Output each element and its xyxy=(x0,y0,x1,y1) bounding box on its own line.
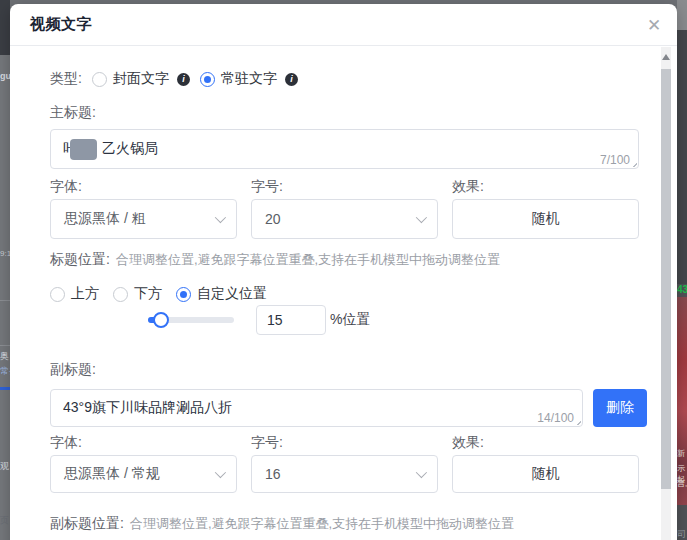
subtitle-effect-random-button[interactable]: 随机 xyxy=(452,455,639,493)
subtitle-size-select[interactable]: 16 xyxy=(251,455,438,493)
main-title-input[interactable]: 咔 乙火锅局 7/100 xyxy=(50,129,639,169)
scroll-up-arrow-icon[interactable] xyxy=(662,54,670,60)
size-label: 字号: xyxy=(251,434,438,452)
slider-handle[interactable] xyxy=(153,312,169,328)
background-text-fragment: 9:1 xyxy=(0,249,10,258)
title-position-radio-group: 上方 下方 自定义位置 xyxy=(50,285,639,303)
title-position-slider-row: %位置 xyxy=(50,304,639,335)
video-text-dialog: 视频文字 ✕ 类型: 封面文字 i 常驻文字 i 主标题: 咔 乙火锅局 7/1… xyxy=(10,4,677,540)
info-icon[interactable]: i xyxy=(285,73,298,86)
chevron-down-icon xyxy=(416,467,427,478)
subtitle-input[interactable]: 43°9旗下川味品牌涮品八折 14/100 xyxy=(50,389,583,427)
title-position-hint-row: 标题位置: 合理调整位置,避免跟字幕位置重叠,支持在手机模型中拖动调整位置 xyxy=(50,251,639,268)
subtitle-style-labels: 字体: 字号: 效果: xyxy=(50,434,639,452)
main-font-select[interactable]: 思源黑体 / 粗 xyxy=(50,199,237,239)
percent-position-unit: %位置 xyxy=(330,311,370,329)
background-text-fragment: 奥 xyxy=(0,350,9,363)
radio-custom-label: 自定义位置 xyxy=(197,285,267,303)
radio-position-custom[interactable]: 自定义位置 xyxy=(176,285,267,303)
radio-cover-text[interactable]: 封面文字 i xyxy=(92,70,190,88)
main-title-masked-char: 咔 xyxy=(63,140,70,158)
background-divider xyxy=(0,345,10,346)
title-position-label: 标题位置: xyxy=(50,251,110,269)
font-label: 字体: xyxy=(50,178,237,196)
chevron-down-icon xyxy=(416,212,427,223)
subtitle-position-hint: 合理调整位置,避免跟字幕位置重叠,支持在手机模型中拖动调整位置 xyxy=(130,515,514,533)
background-page-left: gu 9:1 奥 常去 观 页 xyxy=(0,0,10,540)
subtitle-position-hint-row: 副标题位置: 合理调整位置,避免跟字幕位置重叠,支持在手机模型中拖动调整位置 xyxy=(50,515,639,532)
radio-cover-text-label: 封面文字 xyxy=(113,70,169,88)
radio-permanent-text-label: 常驻文字 xyxy=(221,70,277,88)
scrollbar-thumb[interactable] xyxy=(661,69,671,489)
subtitle-size-value: 16 xyxy=(265,466,281,482)
background-text-fragment: 页 xyxy=(0,514,9,527)
dialog-scrollbar[interactable] xyxy=(661,47,671,540)
background-block xyxy=(0,0,10,55)
background-text-fragment: 言, xyxy=(677,478,687,489)
radio-position-top[interactable]: 上方 xyxy=(50,285,99,303)
main-style-labels: 字体: 字号: 效果: xyxy=(50,178,639,196)
type-radio-group: 类型: 封面文字 i 常驻文字 i xyxy=(50,70,639,88)
resize-grip-icon[interactable] xyxy=(573,417,581,425)
main-size-select[interactable]: 20 xyxy=(251,199,438,239)
subtitle-label: 副标题: xyxy=(50,361,639,379)
font-label: 字体: xyxy=(50,434,237,452)
background-text-fragment: 观 xyxy=(0,460,9,473)
subtitle-value: 43°9旗下川味品牌涮品八折 xyxy=(63,399,232,417)
subtitle-font-value: 思源黑体 / 常规 xyxy=(64,465,160,483)
background-block xyxy=(677,30,687,284)
background-accent-line xyxy=(0,387,10,390)
dialog-body: 类型: 封面文字 i 常驻文字 i 主标题: 咔 乙火锅局 7/100 字体: … xyxy=(10,70,677,540)
main-title-label: 主标题: xyxy=(50,104,639,122)
subtitle-font-select[interactable]: 思源黑体 / 常规 xyxy=(50,455,237,493)
background-block xyxy=(677,0,687,30)
background-text-fragment: 常去 xyxy=(0,365,10,378)
background-page-right: 43 新 示起 言, 司 xyxy=(677,0,687,540)
radio-permanent-text[interactable]: 常驻文字 i xyxy=(200,70,298,88)
main-style-controls: 思源黑体 / 粗 20 随机 xyxy=(50,199,639,239)
type-label: 类型: xyxy=(50,70,82,88)
effect-label: 效果: xyxy=(452,178,639,196)
main-title-value: 乙火锅局 xyxy=(102,140,158,158)
delete-subtitle-button[interactable]: 删除 xyxy=(593,389,647,427)
background-text-fragment: 新 xyxy=(677,448,685,459)
main-font-value: 思源黑体 / 粗 xyxy=(64,210,146,228)
subtitle-row: 43°9旗下川味品牌涮品八折 14/100 删除 xyxy=(50,389,639,427)
chevron-down-icon xyxy=(215,212,226,223)
subtitle-position-label: 副标题位置: xyxy=(50,515,124,533)
effect-label: 效果: xyxy=(452,434,639,452)
background-text-fragment: gu xyxy=(0,71,10,81)
redaction-block xyxy=(70,139,97,160)
chevron-down-icon xyxy=(215,467,226,478)
position-percent-input[interactable] xyxy=(256,305,326,335)
title-position-hint: 合理调整位置,避免跟字幕位置重叠,支持在手机模型中拖动调整位置 xyxy=(116,251,500,269)
info-icon[interactable]: i xyxy=(177,73,190,86)
radio-off-icon[interactable] xyxy=(113,287,128,302)
main-title-char-counter: 7/100 xyxy=(600,153,630,167)
background-badge: 43 xyxy=(677,284,687,295)
main-size-value: 20 xyxy=(265,211,281,227)
background-divider xyxy=(0,300,10,301)
position-slider[interactable] xyxy=(148,317,234,323)
dialog-title: 视频文字 xyxy=(30,15,92,34)
close-icon[interactable]: ✕ xyxy=(643,14,665,36)
radio-on-icon[interactable] xyxy=(200,72,215,87)
subtitle-char-counter: 14/100 xyxy=(537,411,574,425)
radio-position-bottom[interactable]: 下方 xyxy=(113,285,162,303)
radio-bottom-label: 下方 xyxy=(134,285,162,303)
radio-off-icon[interactable] xyxy=(50,287,65,302)
size-label: 字号: xyxy=(251,178,438,196)
radio-off-icon[interactable] xyxy=(92,72,107,87)
main-effect-random-button[interactable]: 随机 xyxy=(452,199,639,239)
dialog-header: 视频文字 ✕ xyxy=(10,4,677,46)
radio-top-label: 上方 xyxy=(71,285,99,303)
radio-on-icon[interactable] xyxy=(176,287,191,302)
subtitle-style-controls: 思源黑体 / 常规 16 随机 xyxy=(50,455,639,493)
resize-grip-icon[interactable] xyxy=(629,159,637,167)
background-text-fragment: 司 xyxy=(677,528,686,540)
